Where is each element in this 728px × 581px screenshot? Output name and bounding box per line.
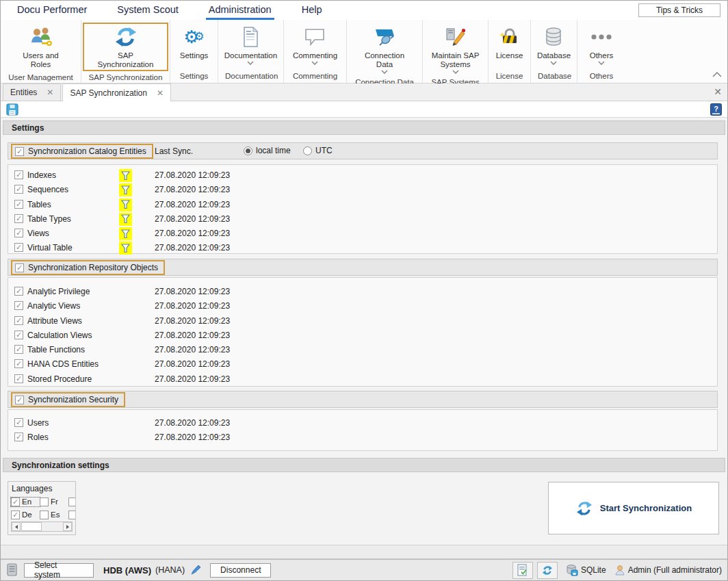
close-icon[interactable]: ✕ bbox=[714, 87, 722, 96]
language-option-partial[interactable] bbox=[68, 511, 76, 519]
item-checkbox[interactable] bbox=[14, 418, 23, 427]
item-checkbox[interactable] bbox=[14, 331, 23, 339]
menu-item-docu-performer[interactable]: Docu Performer bbox=[14, 1, 90, 20]
filter-button[interactable] bbox=[119, 242, 132, 255]
license-button[interactable]: License bbox=[492, 23, 528, 62]
radio-local-time-control[interactable] bbox=[244, 146, 252, 155]
language-en-checkbox[interactable] bbox=[11, 498, 20, 506]
list-item: HANA CDS Entities 27.08.2020 12:09:23 bbox=[8, 357, 717, 372]
item-checkbox[interactable] bbox=[14, 432, 23, 441]
select-system-button[interactable]: Select system bbox=[24, 563, 94, 578]
item-label: Roles bbox=[27, 432, 49, 442]
filter-button[interactable] bbox=[119, 213, 132, 226]
item-checkbox[interactable] bbox=[14, 287, 23, 296]
language-option-fr[interactable]: Fr bbox=[40, 498, 68, 506]
users-and-roles-button[interactable]: Users and Roles bbox=[13, 23, 69, 71]
ribbon-group-documentation: Documentation Documentation bbox=[218, 20, 284, 83]
language-option-en[interactable]: En bbox=[11, 498, 40, 506]
document-toolbar: ? bbox=[1, 101, 727, 118]
security-checkbox-group[interactable]: Synchronization Security bbox=[11, 392, 125, 407]
repository-objects-checkbox-group[interactable]: Synchronization Repository Objects bbox=[11, 260, 165, 275]
scroll-left-arrow[interactable] bbox=[12, 522, 21, 531]
connection-data-button[interactable]: Connection Data bbox=[353, 23, 416, 76]
scroll-right-arrow[interactable] bbox=[63, 522, 72, 531]
language-de-checkbox[interactable] bbox=[11, 511, 20, 519]
sap-synchronization-button[interactable]: SAP Synchronization bbox=[83, 23, 168, 71]
scrollbar-thumb[interactable] bbox=[21, 522, 42, 531]
chevron-down-icon bbox=[598, 61, 605, 65]
radio-utc[interactable]: UTC bbox=[303, 146, 333, 155]
languages-group: Languages En Fr De bbox=[8, 481, 76, 535]
ribbon-group-label-license: License bbox=[490, 70, 529, 83]
language-option-partial[interactable] bbox=[68, 498, 76, 506]
menu-item-administration[interactable]: Administration bbox=[206, 1, 274, 20]
catalog-entities-checkbox-group[interactable]: Synchronization Catalog Entities bbox=[11, 144, 153, 159]
item-checkbox[interactable] bbox=[14, 170, 23, 179]
item-checkbox[interactable] bbox=[14, 345, 23, 354]
filter-button[interactable] bbox=[119, 227, 132, 240]
language-fr-checkbox[interactable] bbox=[40, 498, 49, 506]
filter-button[interactable] bbox=[119, 183, 132, 196]
ribbon-group-label-commenting: Commenting bbox=[285, 70, 345, 83]
security-checkbox[interactable] bbox=[15, 396, 24, 404]
tab-sap-synchronization[interactable]: SAP Synchronization ✕ bbox=[62, 83, 171, 101]
report-button[interactable] bbox=[512, 562, 533, 579]
sap-synchronization-label: SAP Synchronization bbox=[90, 51, 161, 69]
item-checkbox[interactable] bbox=[14, 243, 23, 252]
disconnect-button[interactable]: Disconnect bbox=[210, 563, 271, 578]
filter-button[interactable] bbox=[119, 169, 132, 182]
close-icon[interactable]: ✕ bbox=[157, 89, 164, 97]
settings-header-label: Settings bbox=[12, 123, 44, 133]
tab-entities[interactable]: Entities ✕ bbox=[3, 83, 61, 101]
funnel-icon bbox=[121, 214, 130, 224]
language-partial-checkbox[interactable] bbox=[68, 511, 76, 519]
close-icon[interactable]: ✕ bbox=[47, 88, 53, 96]
last-sync-timestamp: 27.08.2020 12:09:23 bbox=[155, 331, 230, 340]
language-es-checkbox[interactable] bbox=[40, 511, 49, 519]
sync-icon bbox=[114, 25, 138, 49]
repository-objects-checkbox[interactable] bbox=[15, 263, 24, 272]
start-synchronization-button[interactable]: Start Synchronization bbox=[548, 482, 719, 534]
radio-local-time[interactable]: local time bbox=[244, 146, 291, 155]
item-checkbox[interactable] bbox=[14, 301, 23, 310]
main-panel: Settings Synchronization Catalog Entitie… bbox=[1, 118, 727, 545]
ribbon-group-user-management: Users and Roles User Management bbox=[1, 20, 81, 83]
chevron-down-icon bbox=[452, 70, 459, 74]
ribbon-group-database: Database Database bbox=[531, 20, 577, 83]
language-option-de[interactable]: De bbox=[11, 511, 40, 519]
item-label: Indexes bbox=[27, 170, 56, 180]
commenting-button[interactable]: Commenting bbox=[289, 23, 341, 67]
radio-utc-control[interactable] bbox=[303, 146, 312, 155]
help-icon[interactable]: ? bbox=[710, 103, 722, 116]
item-checkbox[interactable] bbox=[14, 374, 23, 383]
language-option-es[interactable]: Es bbox=[40, 511, 68, 519]
last-sync-timestamp: 27.08.2020 12:09:23 bbox=[155, 301, 230, 311]
filter-button[interactable] bbox=[119, 198, 132, 211]
languages-scrollbar[interactable] bbox=[11, 521, 73, 532]
item-checkbox[interactable] bbox=[14, 359, 23, 368]
ribbon-collapse-icon[interactable] bbox=[712, 72, 722, 77]
tips-and-tricks-button[interactable]: Tips & Tricks bbox=[638, 3, 720, 17]
ribbon-group-commenting: Commenting Commenting bbox=[284, 20, 347, 83]
list-item: Attribute Views 27.08.2020 12:09:23 bbox=[8, 314, 717, 328]
save-icon[interactable] bbox=[6, 103, 18, 116]
catalog-entities-checkbox[interactable] bbox=[15, 147, 24, 156]
item-checkbox[interactable] bbox=[14, 229, 23, 237]
item-checkbox[interactable] bbox=[14, 316, 23, 325]
item-checkbox[interactable] bbox=[14, 185, 23, 194]
menu-item-system-scout[interactable]: System Scout bbox=[114, 1, 181, 20]
item-checkbox[interactable] bbox=[14, 214, 23, 223]
refresh-button[interactable] bbox=[537, 562, 558, 579]
documentation-button[interactable]: Documentation bbox=[220, 23, 281, 67]
system-icon[interactable] bbox=[6, 563, 18, 577]
item-checkbox[interactable] bbox=[14, 200, 23, 209]
menu-item-help[interactable]: Help bbox=[299, 1, 325, 20]
others-button[interactable]: Others bbox=[586, 23, 618, 67]
language-partial-checkbox[interactable] bbox=[68, 498, 76, 506]
database-button[interactable]: Database bbox=[533, 23, 575, 67]
ribbon-group-sap-synchronization: SAP Synchronization SAP Synchronization bbox=[81, 20, 170, 83]
settings-button[interactable]: ⚙⚙ Settings bbox=[176, 23, 213, 62]
maintain-sap-systems-button[interactable]: Maintain SAP Systems bbox=[425, 23, 486, 76]
chevron-down-icon bbox=[247, 61, 254, 65]
edit-pen-icon[interactable] bbox=[190, 565, 202, 576]
